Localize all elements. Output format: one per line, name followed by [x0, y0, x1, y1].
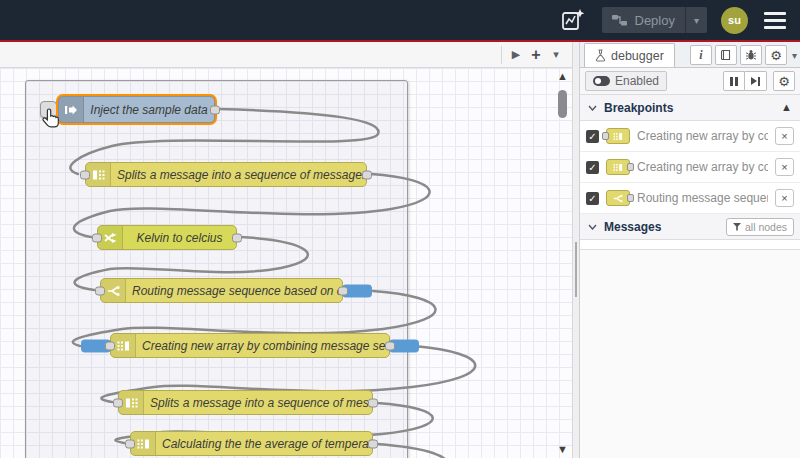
- step-button[interactable]: [745, 71, 767, 91]
- user-avatar[interactable]: su: [721, 7, 748, 34]
- node-label: Inject the sample data: [84, 103, 214, 117]
- flask-icon: [595, 49, 606, 62]
- run-flow-button[interactable]: ▶: [506, 45, 526, 65]
- output-port[interactable]: [338, 286, 348, 295]
- debugger-settings-button[interactable]: ⚙: [773, 71, 795, 91]
- canvas-scrollbar-thumb[interactable]: [558, 90, 567, 118]
- canvas-scroll-up-button[interactable]: ▲: [557, 70, 568, 82]
- input-port[interactable]: [113, 398, 123, 407]
- node-label: Splits a message into a sequence of mess…: [144, 396, 372, 410]
- node-label: Routing message sequence based on condit…: [126, 284, 342, 298]
- pause-icon: [730, 77, 738, 86]
- canvas-grid[interactable]: Inject the sample data Splits a message …: [0, 68, 572, 458]
- remove-breakpoint-button[interactable]: ×: [775, 189, 794, 207]
- node-switch[interactable]: Routing message sequence based on condit…: [100, 278, 343, 303]
- breakpoint-checkbox[interactable]: ✓: [586, 130, 599, 143]
- output-port[interactable]: [362, 170, 372, 179]
- pause-button[interactable]: [723, 71, 745, 91]
- remove-breakpoint-button[interactable]: ×: [775, 127, 794, 145]
- input-port[interactable]: [105, 341, 115, 350]
- sidebar: debugger i ⚙: [580, 42, 800, 458]
- toggle-icon: [593, 76, 610, 86]
- deploy-button[interactable]: Deploy: [602, 7, 685, 33]
- help-tab-button[interactable]: [715, 45, 737, 65]
- node-join-1[interactable]: Creating new array by combining message …: [110, 333, 390, 358]
- deploy-label: Deploy: [635, 13, 675, 28]
- messages-list-area: [580, 250, 800, 458]
- breakpoint-label: Creating new array by combining message …: [637, 160, 768, 174]
- messages-title: Messages: [604, 220, 661, 234]
- ai-chart-sparkle-icon: [560, 7, 586, 33]
- config-tab-button[interactable]: ⚙: [765, 45, 787, 65]
- enabled-label: Enabled: [615, 74, 659, 88]
- messages-empty-area: [580, 240, 800, 250]
- node-split-2[interactable]: Splits a message into a sequence of mess…: [118, 390, 373, 415]
- filter-funnel-icon: [733, 223, 741, 231]
- breakpoint-checkbox[interactable]: ✓: [586, 192, 599, 205]
- tab-list-chevron-button[interactable]: ▾: [546, 45, 566, 65]
- node-red-app: Deploy ▾ su ▶ + ▾: [0, 0, 800, 458]
- breakpoint-row[interactable]: ✓ Routing message sequence based on cond…: [580, 183, 800, 214]
- message-filter-button[interactable]: all nodes: [726, 218, 794, 236]
- output-port[interactable]: [385, 341, 395, 350]
- gear-icon: ⚙: [770, 49, 782, 62]
- output-port[interactable]: [368, 398, 378, 407]
- step-icon: [751, 77, 760, 86]
- node-label: Creating new array by combining message …: [136, 339, 389, 353]
- header-bar: Deploy ▾ su: [0, 0, 800, 40]
- node-label: Splits a message into a sequence of mess…: [111, 168, 366, 182]
- node-calc-average[interactable]: Calculating the the average of temperatu…: [130, 431, 373, 456]
- sidebar-tab-bar: debugger i ⚙: [580, 42, 800, 68]
- book-icon: [720, 49, 732, 61]
- gear-icon: ⚙: [778, 75, 790, 88]
- breakpoint-label: Creating new array by combining message …: [637, 129, 768, 143]
- join-node-icon: [606, 159, 630, 175]
- info-tab-button[interactable]: i: [690, 45, 712, 65]
- node-inject[interactable]: Inject the sample data: [58, 96, 215, 123]
- breakpoint-row[interactable]: ✓ Creating new array by combining messag…: [580, 152, 800, 183]
- flow-canvas[interactable]: ▶ + ▾: [0, 42, 572, 458]
- debug-tab-button[interactable]: [740, 45, 762, 65]
- deploy-nodes-icon: [612, 13, 628, 27]
- tab-label: debugger: [611, 49, 664, 63]
- switch-node-icon: [606, 190, 630, 206]
- breakpoint-label: Routing message sequence based on condit…: [637, 191, 768, 205]
- scroll-to-top-icon[interactable]: ▲: [781, 101, 792, 113]
- breakpoint-row[interactable]: ✓ Creating new array by combining messag…: [580, 121, 800, 152]
- bug-icon: [745, 49, 757, 61]
- tab-debugger[interactable]: debugger: [584, 43, 675, 67]
- chevron-down-icon: [588, 105, 597, 111]
- node-label: Kelvin to celcius: [123, 231, 236, 245]
- messages-section-header[interactable]: Messages all nodes: [580, 214, 800, 240]
- ai-assistant-button[interactable]: [558, 6, 588, 34]
- node-label: Calculating the the average of temperatu…: [156, 437, 372, 451]
- input-port[interactable]: [80, 170, 90, 179]
- input-port[interactable]: [92, 233, 102, 242]
- sidebar-resize-handle[interactable]: [572, 42, 580, 458]
- deploy-split-button: Deploy ▾: [602, 7, 708, 33]
- hamburger-icon: [764, 12, 786, 15]
- filter-label: all nodes: [745, 221, 787, 233]
- breakpoint-checkbox[interactable]: ✓: [586, 161, 599, 174]
- remove-breakpoint-button[interactable]: ×: [775, 158, 794, 176]
- breakpoints-section-header[interactable]: Breakpoints ▲: [580, 95, 800, 121]
- debugger-enabled-toggle[interactable]: Enabled: [585, 71, 667, 91]
- input-port[interactable]: [95, 286, 105, 295]
- deploy-options-button[interactable]: ▾: [686, 7, 707, 33]
- canvas-toolbar: ▶ + ▾: [0, 42, 572, 68]
- node-split-1[interactable]: Splits a message into a sequence of mess…: [85, 162, 367, 187]
- sidebar-tabs-chevron-button[interactable]: ▾: [792, 50, 797, 61]
- output-port[interactable]: [368, 439, 378, 448]
- add-tab-button[interactable]: +: [526, 45, 546, 65]
- chevron-down-icon: [588, 224, 597, 230]
- main-menu-button[interactable]: [762, 8, 788, 33]
- input-port[interactable]: [125, 439, 135, 448]
- output-port[interactable]: [210, 105, 220, 114]
- mouse-pointer-cursor: [41, 107, 63, 131]
- canvas-scroll-down-button[interactable]: ▼: [557, 443, 568, 455]
- wire-calc-output[interactable]: [377, 444, 453, 458]
- output-port[interactable]: [232, 233, 242, 242]
- toolbar-divider: [501, 46, 502, 64]
- node-change[interactable]: Kelvin to celcius: [97, 225, 237, 250]
- breakpoints-title: Breakpoints: [604, 101, 673, 115]
